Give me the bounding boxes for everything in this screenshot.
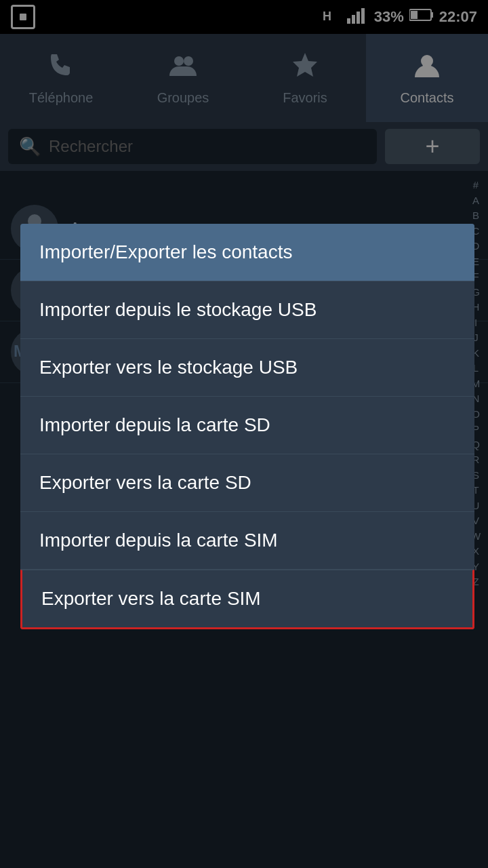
menu-import-sim-label: Importer depuis la carte SIM bbox=[39, 530, 278, 551]
menu-item-export-sd[interactable]: Exporter vers la carte SD bbox=[20, 454, 474, 512]
menu-item-import-usb[interactable]: Importer depuis le stockage USB bbox=[20, 281, 474, 339]
dropdown-menu: Importer/Exporter les contacts Importer … bbox=[20, 224, 474, 629]
menu-export-sd-label: Exporter vers la carte SD bbox=[39, 472, 251, 494]
menu-header-label: Importer/Exporter les contacts bbox=[39, 241, 292, 263]
menu-export-usb-label: Exporter vers le stockage USB bbox=[39, 357, 298, 378]
menu-export-sim-label: Exporter vers la carte SIM bbox=[41, 588, 261, 610]
menu-item-export-sim[interactable]: Exporter vers la carte SIM bbox=[20, 570, 474, 629]
menu-item-header: Importer/Exporter les contacts bbox=[20, 224, 474, 281]
menu-item-import-sim[interactable]: Importer depuis la carte SIM bbox=[20, 512, 474, 570]
menu-import-sd-label: Importer depuis la carte SD bbox=[39, 414, 270, 436]
menu-import-usb-label: Importer depuis le stockage USB bbox=[39, 299, 317, 321]
menu-item-export-usb[interactable]: Exporter vers le stockage USB bbox=[20, 339, 474, 397]
menu-item-import-sd[interactable]: Importer depuis la carte SD bbox=[20, 397, 474, 454]
